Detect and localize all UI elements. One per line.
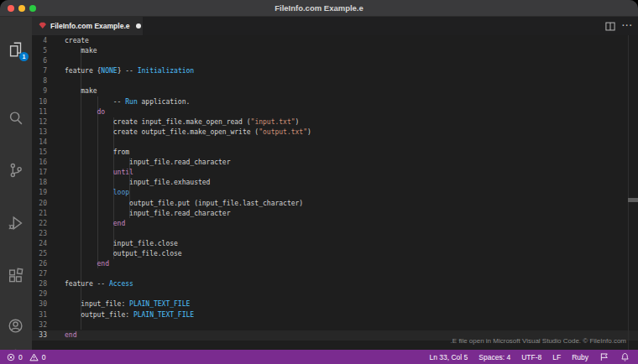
run-and-debug-icon[interactable]	[7, 214, 25, 232]
code-line[interactable]: 6	[32, 56, 638, 66]
line-number[interactable]: 14	[32, 138, 47, 148]
code-line[interactable]: 5 make	[32, 46, 638, 56]
code-text: feature -- Access	[65, 279, 133, 289]
line-number[interactable]: 21	[32, 209, 47, 219]
line-number[interactable]: 33	[32, 330, 47, 341]
status-indentation[interactable]: Spaces: 4	[478, 353, 510, 361]
activity-bar: 1	[0, 17, 32, 350]
code-line[interactable]: 15 from	[32, 148, 638, 158]
line-number[interactable]: 25	[32, 249, 47, 259]
code-line[interactable]: 29	[32, 289, 638, 299]
line-number[interactable]: 13	[32, 127, 47, 138]
code-line[interactable]: 11 do	[32, 107, 638, 117]
code-text: feature {NONE} -- Initialization	[65, 66, 194, 76]
line-number[interactable]: 5	[32, 46, 47, 56]
line-number[interactable]: 15	[32, 148, 47, 158]
more-actions-icon[interactable]: ···	[622, 22, 633, 30]
line-number[interactable]: 30	[32, 299, 47, 309]
code-line[interactable]: 27	[32, 269, 638, 279]
line-number[interactable]: 27	[32, 269, 47, 279]
code-line[interactable]: 30 input_file: PLAIN_TEXT_FILE	[32, 299, 638, 309]
status-cursor-position[interactable]: Ln 33, Col 5	[429, 353, 468, 361]
line-number[interactable]: 10	[32, 97, 47, 107]
line-number[interactable]: 11	[32, 107, 47, 117]
code-line[interactable]: 4create	[32, 36, 638, 46]
code-text: end	[65, 259, 109, 269]
tab-bar: FileInfo.com Example.e ···	[32, 17, 638, 35]
line-number[interactable]: 12	[32, 117, 47, 127]
vscode-window: FileInfo.com Example.e 1	[0, 0, 638, 364]
code-line[interactable]: 17 until	[32, 168, 638, 178]
line-number[interactable]: 31	[32, 310, 47, 320]
code-line[interactable]: 18 input_file.exhausted	[32, 178, 638, 188]
code-line[interactable]: 7feature {NONE} -- Initialization	[32, 66, 638, 76]
explorer-icon[interactable]: 1	[7, 40, 25, 59]
account-icon[interactable]	[7, 317, 25, 335]
code-line[interactable]: 14	[32, 138, 638, 148]
search-icon[interactable]	[7, 109, 25, 127]
code-text: create input_file.make_open_read ("input…	[65, 117, 299, 127]
tab-fileinfo-example[interactable]: FileInfo.com Example.e	[32, 17, 143, 35]
source-control-icon[interactable]	[7, 161, 25, 179]
line-number[interactable]: 24	[32, 239, 47, 249]
code-line[interactable]: 22 end	[32, 219, 638, 229]
line-number[interactable]: 20	[32, 199, 47, 209]
code-line[interactable]: 19 loop	[32, 188, 638, 198]
code-text: input_file: PLAIN_TEXT_FILE	[65, 299, 190, 309]
code-line[interactable]: 13 create output_file.make_open_write ("…	[32, 127, 638, 138]
code-text: create	[65, 36, 89, 46]
code-text: create output_file.make_open_write ("out…	[65, 127, 311, 138]
line-number[interactable]: 22	[32, 219, 47, 229]
line-number[interactable]: 9	[32, 86, 47, 96]
code-line[interactable]: 8	[32, 76, 638, 86]
editor[interactable]: 4create5 make67feature {NONE} -- Initial…	[32, 35, 638, 350]
warnings-icon[interactable]	[29, 353, 39, 361]
scrollbar-thumb[interactable]	[628, 198, 638, 202]
line-number[interactable]: 29	[32, 289, 47, 299]
line-number[interactable]: 4	[32, 36, 47, 46]
line-number[interactable]: 26	[32, 259, 47, 269]
code-line[interactable]: 28feature -- Access	[32, 279, 638, 289]
titlebar: FileInfo.com Example.e	[0, 0, 638, 17]
status-eol[interactable]: LF	[552, 353, 561, 361]
code-line[interactable]: 16 input_file.read_character	[32, 158, 638, 168]
line-number[interactable]: 19	[32, 188, 47, 198]
extensions-icon[interactable]	[7, 267, 25, 285]
code-line[interactable]: 32	[32, 320, 638, 330]
status-language-mode[interactable]: Ruby	[572, 353, 588, 361]
code-line[interactable]: 21 input_file.read_character	[32, 209, 638, 219]
code-text: input_file.exhausted	[65, 178, 210, 188]
line-number[interactable]: 8	[32, 76, 47, 86]
code-line[interactable]: 10 -- Run application.	[32, 97, 638, 107]
line-number[interactable]: 28	[32, 279, 47, 289]
code-line[interactable]: 25 output_file.close	[32, 249, 638, 259]
code-line[interactable]: 12 create input_file.make_open_read ("in…	[32, 117, 638, 127]
code-text: from	[65, 148, 129, 158]
errors-count[interactable]: 0	[18, 353, 23, 361]
split-editor-icon[interactable]	[604, 21, 616, 32]
line-number[interactable]: 18	[32, 178, 47, 188]
errors-icon[interactable]	[7, 353, 15, 361]
code-line[interactable]: 24 input_file.close	[32, 239, 638, 249]
code-line[interactable]: 20 output_file.put (input_file.last_char…	[32, 199, 638, 209]
window-title: FileInfo.com Example.e	[0, 0, 638, 17]
warnings-count[interactable]: 0	[42, 353, 46, 361]
feedback-icon[interactable]	[599, 352, 609, 361]
code-line[interactable]: 31 output_file: PLAIN_TEXT_FILE	[32, 310, 638, 320]
notifications-bell-icon[interactable]	[620, 352, 630, 362]
status-encoding[interactable]: UTF-8	[521, 353, 541, 361]
ruby-file-icon	[38, 21, 47, 31]
explorer-badge: 1	[19, 52, 29, 61]
line-number[interactable]: 6	[32, 56, 47, 66]
line-number[interactable]: 32	[32, 320, 47, 330]
line-number[interactable]: 17	[32, 168, 47, 178]
line-number[interactable]: 7	[32, 66, 47, 76]
code-text: until	[65, 168, 133, 178]
modified-dot-icon[interactable]	[136, 23, 141, 29]
code-line[interactable]: 26 end	[32, 259, 638, 269]
line-number[interactable]: 23	[32, 229, 47, 239]
code-line[interactable]: 9 make	[32, 86, 638, 96]
code-line[interactable]: 23	[32, 229, 638, 239]
line-number[interactable]: 16	[32, 158, 47, 168]
code-text: end	[65, 219, 125, 229]
